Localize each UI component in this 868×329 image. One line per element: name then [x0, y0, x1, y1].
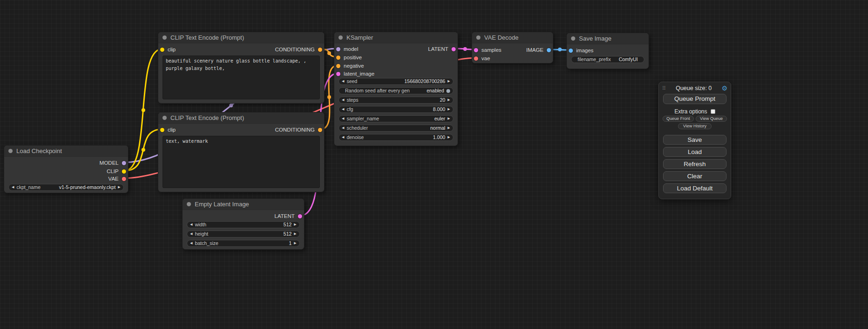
increment-arrow-icon[interactable]: ▶: [448, 78, 450, 84]
extra-options-checkbox[interactable]: [711, 109, 715, 114]
load-default-button[interactable]: Load Default: [663, 183, 727, 193]
decrement-arrow-icon[interactable]: ◀: [342, 134, 344, 140]
widget-batch-size[interactable]: ◀ batch_size 1 ▶: [187, 240, 300, 247]
node-empty-latent-image[interactable]: Empty Latent Image LATENT ◀ width 512 ▶ …: [182, 198, 304, 250]
widget-scheduler[interactable]: ◀ scheduler normal ▶: [339, 125, 453, 132]
collapse-dot[interactable]: [8, 149, 13, 153]
node-clip-text-encode-negative[interactable]: CLIP Text Encode (Prompt) clip CONDITION…: [158, 112, 325, 192]
widget-random-seed-toggle[interactable]: Random seed after every gen enabled: [339, 87, 453, 94]
decrement-arrow-icon[interactable]: ◀: [342, 97, 344, 103]
decrement-arrow-icon[interactable]: ◀: [190, 240, 192, 246]
collapse-dot[interactable]: [162, 35, 167, 40]
widget-value: normal: [430, 125, 445, 131]
node-title-bar[interactable]: VAE Decode: [472, 32, 553, 43]
input-dot-clip[interactable]: [160, 128, 164, 132]
input-label: images: [576, 48, 593, 53]
node-title-bar[interactable]: CLIP Text Encode (Prompt): [158, 112, 324, 124]
widget-width[interactable]: ◀ width 512 ▶: [187, 221, 300, 228]
collapse-dot[interactable]: [162, 116, 167, 120]
increment-arrow-icon[interactable]: ▶: [448, 106, 450, 112]
decrement-arrow-icon[interactable]: ◀: [190, 231, 192, 237]
output-dot-model[interactable]: [122, 161, 126, 165]
output-dot-clip[interactable]: [122, 169, 126, 174]
increment-arrow-icon[interactable]: ▶: [294, 240, 296, 246]
save-button[interactable]: Save: [663, 135, 727, 145]
output-dot-image[interactable]: [547, 48, 551, 52]
input-dot-model[interactable]: [336, 47, 340, 51]
toggle-dot[interactable]: [446, 89, 450, 93]
output-slot-image: IMAGE: [526, 46, 553, 54]
widget-ckpt-name[interactable]: ◀ ckpt_name v1-5-pruned-emaonly.ckpt ▶: [8, 184, 124, 191]
node-title-bar[interactable]: KSampler: [334, 32, 458, 43]
widget-value: 8.000: [433, 106, 445, 112]
decrement-arrow-icon[interactable]: ◀: [12, 184, 14, 190]
node-title-bar[interactable]: Empty Latent Image: [183, 199, 304, 210]
input-dot-positive[interactable]: [336, 56, 340, 60]
input-dot-images[interactable]: [569, 49, 573, 53]
output-dot-latent[interactable]: [298, 214, 302, 218]
output-label: CLIP: [106, 168, 119, 174]
collapse-dot[interactable]: [571, 36, 575, 41]
view-queue-button[interactable]: View Queue: [696, 116, 727, 122]
output-dot-vae[interactable]: [122, 177, 126, 181]
increment-arrow-icon[interactable]: ▶: [448, 134, 450, 140]
widget-value: 156680208700286: [404, 78, 445, 84]
queue-prompt-button[interactable]: Queue Prompt: [663, 94, 727, 104]
node-vae-decode[interactable]: VAE Decode samples IMAGE vae: [472, 32, 553, 63]
widget-cfg[interactable]: ◀ cfg 8.000 ▶: [339, 106, 453, 113]
output-slot-model: MODEL: [99, 159, 128, 167]
collapse-dot[interactable]: [339, 35, 343, 40]
increment-arrow-icon[interactable]: ▶: [448, 116, 450, 122]
view-history-button[interactable]: View History: [678, 123, 712, 129]
node-clip-text-encode-positive[interactable]: CLIP Text Encode (Prompt) clip CONDITION…: [158, 32, 325, 104]
collapse-dot[interactable]: [476, 35, 480, 40]
settings-gear-icon[interactable]: ⚙: [721, 85, 727, 91]
prompt-text-input[interactable]: beautiful scenery nature glass bottle la…: [162, 56, 320, 99]
widget-steps[interactable]: ◀ steps 20 ▶: [339, 97, 453, 104]
decrement-arrow-icon[interactable]: ◀: [190, 222, 192, 228]
node-title-bar[interactable]: Load Checkpoint: [4, 146, 128, 157]
increment-arrow-icon[interactable]: ▶: [294, 222, 296, 228]
node-ksampler[interactable]: KSampler model positive negative latent_…: [334, 32, 458, 146]
increment-arrow-icon[interactable]: ▶: [294, 231, 296, 237]
output-dot-conditioning[interactable]: [318, 48, 322, 52]
decrement-arrow-icon[interactable]: ◀: [342, 116, 344, 122]
load-button[interactable]: Load: [663, 147, 727, 157]
widget-height[interactable]: ◀ height 512 ▶: [187, 231, 300, 238]
input-slot-latent-image: latent_image: [334, 70, 374, 77]
drag-handle-icon[interactable]: ⠿: [662, 85, 666, 91]
collapse-dot[interactable]: [187, 202, 191, 206]
widget-sampler-name[interactable]: ◀ sampler_name euler ▶: [339, 115, 453, 122]
extra-options-label: Extra options: [674, 108, 707, 115]
output-label: LATENT: [275, 213, 295, 219]
increment-arrow-icon[interactable]: ▶: [448, 97, 450, 103]
node-load-checkpoint[interactable]: Load Checkpoint MODEL CLIP VAE ◀ ckpt_na…: [4, 145, 128, 193]
link-midpoint-dot: [327, 95, 331, 99]
output-dot-conditioning[interactable]: [318, 128, 322, 132]
decrement-arrow-icon[interactable]: ◀: [342, 106, 344, 112]
prompt-text-input[interactable]: text, watermark: [162, 136, 320, 188]
widget-seed[interactable]: ◀ seed 156680208700286 ▶: [339, 78, 453, 85]
queue-front-button[interactable]: Queue Front: [663, 116, 694, 122]
output-dot-latent[interactable]: [452, 47, 456, 51]
input-dot-negative[interactable]: [336, 64, 340, 68]
input-dot-clip[interactable]: [160, 48, 164, 52]
node-title-bar[interactable]: Save Image: [567, 33, 649, 44]
comfyui-canvas[interactable]: Load Checkpoint MODEL CLIP VAE ◀ ckpt_na…: [0, 0, 868, 329]
node-save-image[interactable]: Save Image images filename_prefix ComfyU…: [566, 33, 649, 69]
decrement-arrow-icon[interactable]: ◀: [342, 125, 344, 131]
refresh-button[interactable]: Refresh: [663, 159, 727, 169]
input-dot-vae[interactable]: [474, 56, 478, 61]
widget-label: seed: [346, 78, 357, 84]
queue-menu-panel[interactable]: ⠿ Queue size: 0 ⚙ Queue Prompt Extra opt…: [658, 82, 731, 199]
clear-button[interactable]: Clear: [663, 171, 727, 181]
widget-denoise[interactable]: ◀ denoise 1.000 ▶: [339, 134, 453, 141]
increment-arrow-icon[interactable]: ▶: [118, 184, 120, 190]
node-title-bar[interactable]: CLIP Text Encode (Prompt): [158, 32, 324, 43]
widget-filename-prefix[interactable]: filename_prefix ComfyUI: [571, 56, 644, 63]
input-dot-samples[interactable]: [474, 48, 478, 52]
output-label: VAE: [108, 176, 119, 182]
increment-arrow-icon[interactable]: ▶: [448, 125, 450, 131]
input-dot-latent-image[interactable]: [336, 72, 340, 76]
decrement-arrow-icon[interactable]: ◀: [342, 78, 344, 84]
